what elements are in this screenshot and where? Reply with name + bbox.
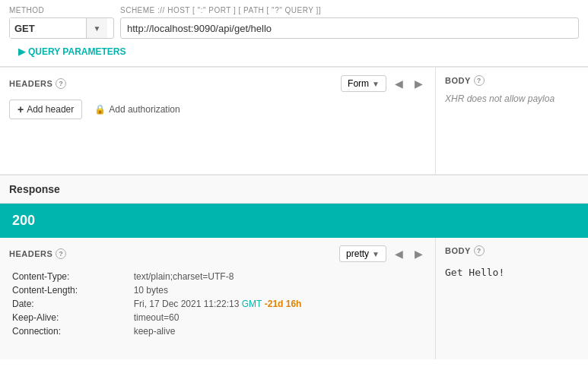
resp-left-arrow[interactable]: ◀ [391,246,406,261]
resp-headers-title: HEADERS ? [9,248,66,259]
chevron-down-icon: ▼ [372,80,380,88]
date-text: Fri, 17 Dec 2021 11:22:13 [134,299,242,309]
xhr-note: XHR does not allow payloa [445,93,579,104]
request-bar: METHOD SCHEME :// HOST [ ":" PORT ] [ PA… [0,0,588,67]
header-value: text/plain;charset=UTF-8 [131,270,426,283]
header-value: 10 bytes [131,283,426,297]
header-name: Content-Length: [9,283,131,297]
add-authorization-button[interactable]: 🔒 Add authorization [88,101,186,118]
body-help-icon[interactable]: ? [474,75,485,86]
add-auth-label: Add authorization [109,104,180,115]
request-headers-section: HEADERS ? Form ▼ ◀ ▶ + Add header 🔒 Add … [0,68,436,174]
header-name: Date: [9,297,131,311]
chevron-right-icon: ▶ [18,46,25,57]
response-body-content: Get Hello! [445,264,579,278]
method-input[interactable] [10,18,86,38]
right-arrow-button[interactable]: ▶ [411,76,426,91]
response-body-section: BODY ? Get Hello! [436,238,588,359]
table-row: Date: Fri, 17 Dec 2021 11:22:13 GMT -21d… [9,297,426,311]
header-name: Keep-Alive: [9,311,131,324]
table-row: Keep-Alive: timeout=60 [9,311,426,324]
resp-headers-title-text: HEADERS [9,249,52,258]
plus-icon: + [17,103,24,115]
table-row: Content-Type: text/plain;charset=UTF-8 [9,270,426,283]
chevron-down-icon: ▼ [94,24,101,33]
resp-body-header: BODY ? [445,245,579,256]
request-headers-body: HEADERS ? Form ▼ ◀ ▶ + Add header 🔒 Add … [0,68,588,174]
headers-help-icon[interactable]: ? [56,78,66,89]
lock-icon: 🔒 [94,104,106,115]
url-label: SCHEME :// HOST [ ":" PORT ] [ PATH [ "?… [120,6,321,14]
query-params-label: QUERY PARAMETERS [28,46,126,57]
response-headers-table: Content-Type: text/plain;charset=UTF-8 C… [9,270,426,338]
response-headers-section: HEADERS ? pretty ▼ ◀ ▶ Content-Type: t [0,238,436,359]
resp-headers-controls: pretty ▼ ◀ ▶ [339,245,426,262]
response-title: Response [9,183,60,195]
response-headers-body: HEADERS ? pretty ▼ ◀ ▶ Content-Type: t [0,238,588,359]
request-body-section: BODY ? XHR does not allow payloa [436,68,588,174]
add-header-button[interactable]: + Add header [9,100,82,119]
pretty-dropdown-button[interactable]: pretty ▼ [339,245,386,262]
resp-body-title: BODY ? [445,245,485,256]
status-code: 200 [12,213,35,228]
gmt-text: GMT [242,299,262,309]
left-arrow-button[interactable]: ◀ [391,76,406,91]
headers-title-text: HEADERS [9,79,52,88]
add-header-label: Add header [27,104,74,115]
resp-body-title-text: BODY [445,246,471,255]
form-dropdown-button[interactable]: Form ▼ [341,75,386,92]
resp-body-help-icon[interactable]: ? [474,245,485,256]
method-select-wrapper[interactable]: ▼ [9,17,114,39]
headers-title: HEADERS ? [9,78,66,89]
headers-controls: Form ▼ ◀ ▶ [341,75,426,92]
method-dropdown-button[interactable]: ▼ [86,18,107,38]
date-note: -21d 16h [262,299,301,309]
resp-headers-help-icon[interactable]: ? [56,248,66,259]
headers-section-header: HEADERS ? Form ▼ ◀ ▶ [9,75,426,92]
headers-actions: + Add header 🔒 Add authorization [9,100,426,119]
body-title: BODY ? [445,75,485,86]
table-row: Connection: keep-alive [9,324,426,338]
header-value: timeout=60 [131,311,426,324]
header-name: Connection: [9,324,131,338]
header-value: Fri, 17 Dec 2021 11:22:13 GMT -21d 16h [131,297,426,311]
form-dropdown-label: Form [348,78,369,89]
method-url-row: ▼ [9,17,579,39]
pretty-label: pretty [346,248,369,259]
resp-right-arrow[interactable]: ▶ [411,246,426,261]
field-labels: METHOD SCHEME :// HOST [ ":" PORT ] [ PA… [9,6,579,14]
header-name: Content-Type: [9,270,131,283]
header-value: keep-alive [131,324,426,338]
url-input[interactable] [120,17,579,39]
chevron-down-icon: ▼ [372,250,380,258]
status-bar: 200 [0,204,588,238]
query-params-toggle[interactable]: ▶ QUERY PARAMETERS [9,43,579,60]
response-section: Response 200 HEADERS ? pretty ▼ ◀ ▶ [0,175,588,359]
resp-headers-section-header: HEADERS ? pretty ▼ ◀ ▶ [9,245,426,262]
body-section-header: BODY ? [445,75,579,86]
body-title-text: BODY [445,76,471,85]
table-row: Content-Length: 10 bytes [9,283,426,297]
response-title-bar: Response [0,176,588,204]
method-label: METHOD [9,6,114,14]
